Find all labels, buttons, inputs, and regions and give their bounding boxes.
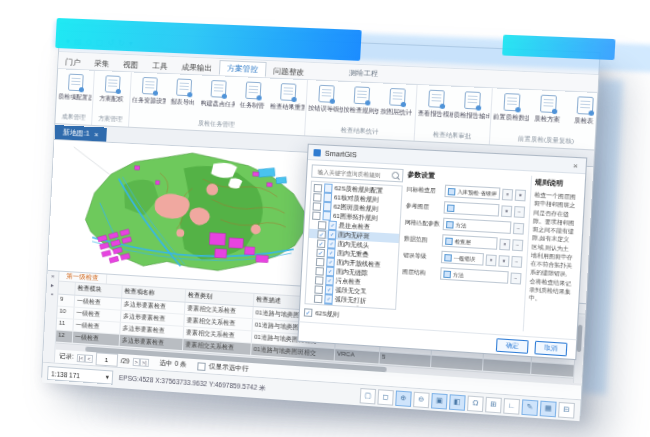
- field-mini-button[interactable]: −: [510, 272, 521, 284]
- map-document-tab[interactable]: 新地图:1 ×: [55, 125, 107, 142]
- field-mini-button[interactable]: ▾: [498, 255, 509, 267]
- tab-门户[interactable]: 门户: [58, 55, 87, 69]
- checkbox-icon[interactable]: [314, 285, 323, 294]
- page-number-input[interactable]: [95, 352, 118, 367]
- tab-成果输出[interactable]: 成果输出: [174, 60, 219, 75]
- ribbon-button[interactable]: 查看报告模板: [416, 87, 454, 130]
- checkbox-icon[interactable]: [314, 183, 323, 192]
- map-scale-combo[interactable]: 1:138 171 ▾: [47, 366, 113, 385]
- dock-icon[interactable]: ▪: [51, 291, 53, 297]
- column-header[interactable]: [58, 282, 75, 295]
- checkbox-icon[interactable]: ✓: [316, 248, 325, 257]
- field-mini-button[interactable]: ▾: [501, 205, 512, 217]
- measure-icon[interactable]: Ω: [467, 395, 484, 412]
- ribbon-button-label: 任务制管: [240, 101, 265, 111]
- ribbon-button[interactable]: 按检查规则统计: [342, 84, 380, 127]
- ribbon-button[interactable]: 任务资源设置: [131, 74, 167, 116]
- rule-search-input[interactable]: [315, 167, 389, 179]
- tab-工具[interactable]: 工具: [145, 59, 175, 73]
- tab-问题整改[interactable]: 问题整改: [266, 64, 312, 79]
- field-input[interactable]: 方法: [443, 218, 512, 234]
- prev-view-icon[interactable]: ◧: [449, 394, 466, 411]
- field-mini-button[interactable]: −: [514, 205, 525, 217]
- field-mini-button[interactable]: −: [512, 239, 523, 251]
- checkbox-icon[interactable]: [318, 221, 327, 230]
- close-icon[interactable]: ×: [571, 160, 581, 170]
- rule-search-box[interactable]: [311, 164, 403, 182]
- field-value: 检查层: [455, 238, 471, 245]
- field-mini-button[interactable]: −: [513, 222, 524, 234]
- records-label: 记录:: [59, 352, 74, 362]
- description-text: 检查一个图层图斑中相邻图斑之间是否存在缝隙。要求相邻图斑之间不能有缝隙,如有未定…: [529, 190, 577, 304]
- pin-icon[interactable]: ▸: [51, 282, 54, 288]
- zoom-in-icon[interactable]: ⊕: [395, 390, 412, 407]
- ribbon-button-label: 质检表: [574, 116, 594, 126]
- checkbox-icon[interactable]: ✓: [317, 239, 326, 248]
- pan-icon[interactable]: ◻: [377, 389, 394, 406]
- checkbox-icon[interactable]: [316, 257, 325, 266]
- ribbon-button[interactable]: 质检报告输出: [452, 89, 490, 132]
- rule-tree[interactable]: 62S质检规则配置61核对质检规则62图斑质检规则61图形拓扑规则✓悬挂点检查✓…: [304, 181, 402, 310]
- ribbon-button-label: 检查结果重置: [270, 102, 304, 113]
- edit-icon[interactable]: ✎: [521, 399, 538, 416]
- ribbon-button[interactable]: 方案配权: [94, 73, 130, 115]
- field-input[interactable]: 入库预检·省级评价单元-面: [444, 185, 500, 200]
- angle-icon[interactable]: ∟: [503, 398, 520, 415]
- rule-node-icon: ✓: [324, 294, 333, 304]
- document-gear-icon: [318, 85, 334, 103]
- smartgis-logo-icon: [313, 149, 321, 157]
- checkbox-icon[interactable]: ✓: [317, 230, 326, 239]
- zoom-out-icon[interactable]: ⊖: [413, 391, 430, 408]
- checkbox-icon[interactable]: [315, 276, 324, 285]
- rule-node-icon: ✓: [327, 248, 336, 258]
- only-selected-checkbox[interactable]: [198, 362, 207, 371]
- rule-node-icon: ✓: [326, 267, 335, 277]
- close-icon[interactable]: ×: [94, 131, 98, 138]
- field-mini-button[interactable]: ×: [502, 188, 513, 200]
- layer-chip-icon: [443, 270, 451, 278]
- application-window: ●▤◇▢↺↻▾ 门户采集视图工具成果输出方案管控问题整改测绘工程 质检项配置器成…: [41, 30, 600, 416]
- ribbon-button[interactable]: 质检项配置器: [57, 71, 93, 113]
- grid-icon[interactable]: ⊞: [485, 396, 502, 413]
- ribbon-button[interactable]: 前置质检数据管理: [492, 90, 531, 133]
- field-input[interactable]: 一般错误: [441, 251, 484, 266]
- ok-button[interactable]: 确定: [496, 338, 529, 354]
- tab-方案管控[interactable]: 方案管控: [219, 60, 267, 77]
- cancel-button[interactable]: 取消: [534, 340, 567, 356]
- split-icon[interactable]: ⊟: [558, 401, 575, 418]
- ribbon-button[interactable]: 报表导出: [165, 76, 202, 118]
- field-mini-button[interactable]: −: [511, 255, 522, 267]
- checkbox-icon[interactable]: [314, 294, 323, 303]
- ribbon-button[interactable]: 按图层统计: [378, 85, 416, 128]
- map-leader-line: [72, 147, 110, 174]
- page-nav-button[interactable]: >|: [140, 358, 149, 367]
- field-input[interactable]: [444, 201, 500, 216]
- ribbon-button-label: 按图层统计: [380, 107, 412, 118]
- rules-filter-checkbox[interactable]: ✓: [304, 308, 313, 317]
- ribbon-button[interactable]: 质检方案: [528, 92, 567, 135]
- ribbon-button[interactable]: 任务制管: [234, 79, 271, 121]
- ribbon-button[interactable]: 按错误等级统计: [307, 82, 344, 125]
- document-gear-icon: [389, 88, 406, 106]
- rule-node-icon: [322, 211, 331, 221]
- document-gear-icon: [576, 96, 593, 115]
- ribbon-button[interactable]: 构建盘点任务: [199, 77, 236, 119]
- field-mini-button[interactable]: ×: [485, 254, 496, 266]
- checkbox-icon[interactable]: [313, 193, 322, 202]
- full-extent-icon[interactable]: ▣: [431, 392, 448, 409]
- select-icon[interactable]: ▢: [360, 387, 376, 403]
- close-icon[interactable]: ×: [51, 273, 55, 279]
- field-input[interactable]: 方法: [440, 267, 509, 284]
- tab-采集[interactable]: 采集: [87, 56, 117, 70]
- tab-视图[interactable]: 视图: [116, 58, 146, 72]
- layout-icon[interactable]: ▦: [540, 400, 557, 417]
- checkbox-icon[interactable]: [315, 266, 324, 275]
- ribbon-button[interactable]: 质检表: [565, 94, 598, 138]
- checkbox-icon[interactable]: [312, 211, 321, 220]
- checkbox-icon[interactable]: [313, 202, 322, 211]
- page-nav-button[interactable]: <: [85, 354, 93, 363]
- field-mini-button[interactable]: ▾: [515, 189, 526, 201]
- field-mini-button[interactable]: ×: [499, 238, 510, 250]
- field-input[interactable]: 检查层: [442, 234, 498, 250]
- ribbon-button[interactable]: 检查结果重置: [269, 81, 306, 123]
